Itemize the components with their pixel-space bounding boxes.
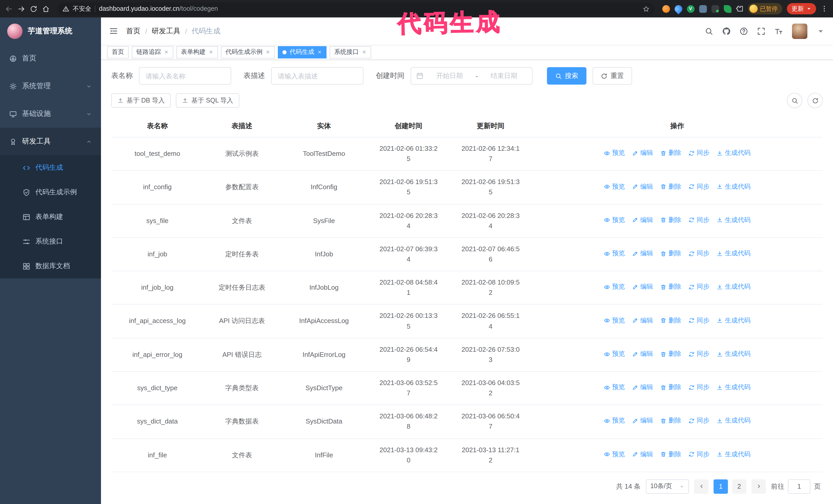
extension-users-icon[interactable] bbox=[699, 5, 707, 13]
row-action-edit[interactable]: 编辑 bbox=[632, 148, 653, 158]
extension-drop-icon[interactable] bbox=[673, 3, 684, 14]
row-action-sync[interactable]: 同步 bbox=[688, 383, 710, 392]
forward-icon[interactable] bbox=[18, 5, 25, 13]
browser-menu-icon[interactable] bbox=[821, 5, 828, 12]
table-desc-input[interactable] bbox=[271, 67, 363, 85]
sidebar-item-infrastructure[interactable]: 基础设施 bbox=[0, 100, 101, 128]
row-action-delete[interactable]: 删除 bbox=[660, 249, 681, 259]
row-action-preview[interactable]: 预览 bbox=[604, 148, 625, 158]
date-range-picker[interactable]: 开始日期 - 结束日期 bbox=[411, 67, 532, 85]
row-action-delete[interactable]: 删除 bbox=[660, 282, 681, 292]
tab-system-api[interactable]: 系统接口 bbox=[330, 46, 371, 58]
github-icon[interactable] bbox=[722, 27, 731, 35]
row-action-edit[interactable]: 编辑 bbox=[632, 215, 653, 225]
row-action-preview[interactable]: 预览 bbox=[604, 450, 625, 460]
sidebar-logo[interactable]: 芋道管理系统 bbox=[0, 18, 101, 45]
extension-fox-icon[interactable] bbox=[662, 5, 670, 13]
row-action-preview[interactable]: 预览 bbox=[604, 249, 625, 259]
extensions-puzzle-icon[interactable] bbox=[736, 5, 743, 12]
row-action-sync[interactable]: 同步 bbox=[688, 282, 710, 292]
help-icon[interactable] bbox=[740, 27, 748, 35]
row-action-edit[interactable]: 编辑 bbox=[632, 450, 653, 460]
browser-home-icon[interactable] bbox=[42, 5, 50, 13]
search-button[interactable]: 搜索 bbox=[547, 67, 587, 85]
row-action-edit[interactable]: 编辑 bbox=[632, 182, 653, 192]
tab-codegen-demo[interactable]: 代码生成示例 bbox=[221, 46, 275, 58]
sidebar-item-system[interactable]: 系统管理 bbox=[0, 72, 101, 100]
sidebar-item-codegen-demo[interactable]: 代码生成示例 bbox=[0, 180, 101, 205]
breadcrumb-item[interactable]: 首页 bbox=[126, 26, 140, 35]
extension-v-icon[interactable]: V bbox=[687, 5, 694, 13]
row-action-generate[interactable]: 生成代码 bbox=[717, 383, 751, 392]
row-action-preview[interactable]: 预览 bbox=[604, 316, 625, 326]
tab-close-icon[interactable] bbox=[209, 50, 213, 54]
fullscreen-icon[interactable] bbox=[757, 27, 765, 35]
sidebar-item-codegen[interactable]: 代码生成 bbox=[0, 155, 101, 180]
user-menu-caret-icon[interactable] bbox=[816, 27, 825, 35]
row-action-preview[interactable]: 预览 bbox=[604, 383, 625, 392]
row-action-delete[interactable]: 删除 bbox=[660, 416, 681, 426]
row-action-generate[interactable]: 生成代码 bbox=[717, 249, 751, 259]
row-action-delete[interactable]: 删除 bbox=[660, 182, 681, 192]
row-action-sync[interactable]: 同步 bbox=[688, 416, 710, 426]
tab-close-icon[interactable] bbox=[317, 50, 322, 54]
sidebar-item-system-api[interactable]: 系统接口 bbox=[0, 229, 101, 254]
row-action-delete[interactable]: 删除 bbox=[660, 450, 681, 460]
row-action-preview[interactable]: 预览 bbox=[604, 416, 625, 426]
row-action-sync[interactable]: 同步 bbox=[688, 249, 710, 259]
page-button-1[interactable]: 1 bbox=[714, 479, 728, 494]
row-action-generate[interactable]: 生成代码 bbox=[717, 215, 751, 225]
tab-close-icon[interactable] bbox=[164, 50, 169, 54]
sidebar-item-home[interactable]: 首页 bbox=[0, 45, 101, 72]
row-action-sync[interactable]: 同步 bbox=[688, 148, 710, 158]
row-action-edit[interactable]: 编辑 bbox=[632, 316, 653, 326]
page-size-select[interactable]: 10条/页 bbox=[646, 479, 689, 494]
next-page-button[interactable] bbox=[752, 479, 766, 494]
prev-page-button[interactable] bbox=[694, 479, 709, 494]
row-action-sync[interactable]: 同步 bbox=[688, 316, 710, 326]
row-action-edit[interactable]: 编辑 bbox=[632, 249, 653, 259]
row-action-edit[interactable]: 编辑 bbox=[632, 416, 653, 426]
row-action-generate[interactable]: 生成代码 bbox=[717, 182, 751, 192]
row-action-generate[interactable]: 生成代码 bbox=[717, 316, 751, 326]
row-action-preview[interactable]: 预览 bbox=[604, 215, 625, 225]
page-button-2[interactable]: 2 bbox=[732, 479, 746, 494]
font-size-icon[interactable] bbox=[775, 27, 783, 35]
row-action-sync[interactable]: 同步 bbox=[688, 215, 710, 225]
sidebar-item-dev-tools[interactable]: 研发工具 bbox=[0, 128, 101, 155]
row-action-delete[interactable]: 删除 bbox=[660, 349, 681, 359]
row-action-sync[interactable]: 同步 bbox=[688, 182, 710, 192]
row-action-sync[interactable]: 同步 bbox=[688, 450, 710, 460]
row-action-delete[interactable]: 删除 bbox=[660, 316, 681, 326]
import-db-button[interactable]: 基于 DB 导入 bbox=[111, 93, 171, 108]
row-action-delete[interactable]: 删除 bbox=[660, 383, 681, 392]
row-action-preview[interactable]: 预览 bbox=[604, 349, 625, 359]
import-sql-button[interactable]: 基于 SQL 导入 bbox=[176, 93, 239, 108]
row-action-delete[interactable]: 删除 bbox=[660, 148, 681, 158]
header-search-icon[interactable] bbox=[705, 27, 713, 35]
profile-paused-badge[interactable]: 已暂停 bbox=[748, 3, 782, 14]
tab-close-icon[interactable] bbox=[265, 50, 270, 54]
sidebar-item-form-builder[interactable]: 表单构建 bbox=[0, 205, 101, 229]
address-bar[interactable]: 不安全 dashboard.yudao.iocoder.cn/tool/code… bbox=[57, 2, 654, 15]
row-action-edit[interactable]: 编辑 bbox=[632, 383, 653, 392]
sidebar-item-db-doc[interactable]: 数据库文档 bbox=[0, 254, 101, 279]
chrome-update-button[interactable]: 更新 bbox=[787, 3, 816, 14]
breadcrumb-item[interactable]: 研发工具 bbox=[152, 26, 181, 35]
extension-dark-icon[interactable] bbox=[711, 5, 719, 13]
row-action-edit[interactable]: 编辑 bbox=[632, 282, 653, 292]
row-action-delete[interactable]: 删除 bbox=[660, 215, 681, 225]
row-action-edit[interactable]: 编辑 bbox=[632, 349, 653, 359]
row-action-generate[interactable]: 生成代码 bbox=[717, 282, 751, 292]
reset-button[interactable]: 重置 bbox=[593, 67, 632, 85]
back-icon[interactable] bbox=[5, 5, 13, 13]
row-action-generate[interactable]: 生成代码 bbox=[717, 416, 751, 426]
row-action-preview[interactable]: 预览 bbox=[604, 182, 625, 192]
tab-close-icon[interactable] bbox=[362, 50, 366, 54]
row-action-generate[interactable]: 生成代码 bbox=[717, 450, 751, 460]
row-action-sync[interactable]: 同步 bbox=[688, 349, 710, 359]
extension-leaf-icon[interactable] bbox=[723, 5, 731, 13]
user-avatar[interactable] bbox=[792, 23, 807, 39]
table-name-input[interactable] bbox=[139, 67, 231, 85]
row-action-generate[interactable]: 生成代码 bbox=[717, 349, 751, 359]
